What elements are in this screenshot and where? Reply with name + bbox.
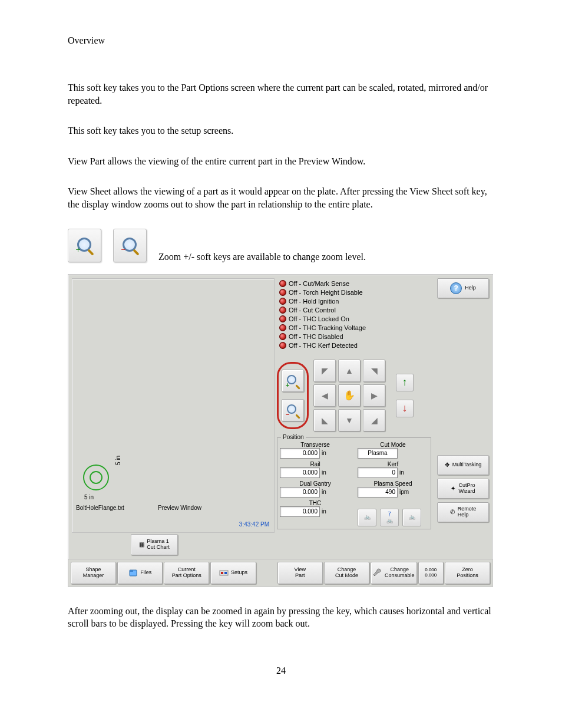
zoom-in-icon: + (77, 238, 92, 253)
para-part-options: This soft key takes you to the Part Opti… (68, 81, 494, 107)
remote-help-button[interactable]: ✆ Remote Help (437, 502, 489, 522)
status-item: Off - Cut Control (279, 306, 366, 315)
zoom-ring: + − (277, 362, 309, 429)
status-item: Off - Hold Ignition (279, 297, 366, 306)
wizard-icon: ✦ (451, 485, 455, 492)
arrow-up-icon: ↑ (402, 376, 408, 388)
softkey-files[interactable]: Files (117, 562, 163, 584)
pan-down[interactable]: ▼ (338, 409, 361, 431)
raise-button[interactable]: ↑ (396, 374, 414, 391)
files-icon (128, 568, 138, 578)
softkey-change-cutmode[interactable]: Change Cut Mode (324, 562, 369, 584)
app-screenshot: 5 in 5 in BoltHoleFlange.txt Preview Win… (68, 274, 493, 587)
softkey-part-options[interactable]: Current Part Options (164, 562, 209, 584)
softkey-shape-manager[interactable]: Shape Manager (71, 562, 116, 584)
zoom-out-mini[interactable]: − (282, 399, 304, 421)
kerf-input[interactable] (358, 467, 398, 478)
para-view-part: View Part allows the viewing of the enti… (68, 155, 494, 168)
arrow-down-icon: ↓ (402, 402, 408, 414)
led-icon (279, 280, 286, 287)
field-dualgantry: Dual Gantry in (280, 480, 351, 498)
status-item: Off - THC Tracking Voltage (279, 324, 366, 332)
dualgantry-input[interactable] (280, 487, 320, 498)
cutmode-input[interactable] (358, 448, 398, 459)
remote-icon: ✆ (450, 509, 455, 515)
led-icon (279, 324, 286, 331)
part-drawing-icon (83, 465, 109, 490)
preview-window: 5 in 5 in BoltHoleFlange.txt Preview Win… (72, 278, 275, 533)
led-icon (279, 289, 286, 296)
help-icon: ? (450, 282, 462, 294)
lower-button[interactable]: ↓ (396, 400, 414, 417)
speed-preset-high[interactable]: 🚲 (402, 509, 421, 526)
pan-downleft[interactable]: ◣ (313, 409, 336, 431)
status-item: Off - THC Disabled (279, 332, 366, 341)
para-view-sheet: View Sheet allows the viewing of a part … (68, 185, 494, 210)
led-icon (279, 315, 286, 322)
rail-input[interactable] (280, 467, 320, 478)
wrench-icon (373, 568, 382, 578)
preview-x-scale: 5 in (84, 494, 94, 500)
pan-downright[interactable]: ◢ (363, 409, 385, 431)
para-setups: This soft key takes you to the setup scr… (68, 124, 494, 137)
softkey-change-consumable[interactable]: Change Consumable (371, 562, 417, 584)
bicycle-icon: 🚲 (386, 518, 393, 523)
status-item: Off - Cut/Mark Sense (279, 279, 366, 288)
status-item: Off - Torch Height Disable (279, 288, 366, 297)
zoom-out-button[interactable]: − (113, 229, 147, 262)
cutchart-button[interactable]: ▦ Plasma 1 Cut Chart (131, 534, 178, 555)
pan-upleft[interactable]: ◤ (313, 360, 336, 382)
softkey-zero-positions[interactable]: Zero Positions (445, 562, 490, 584)
pan-upright[interactable]: ◥ (363, 360, 385, 382)
softkey-setups[interactable]: Setups (210, 562, 256, 584)
speed-preset-mid[interactable]: 7🚲 (380, 509, 399, 526)
zoom-out-icon: − (123, 238, 138, 253)
field-rail: Rail in (280, 461, 351, 478)
setups-icon (219, 568, 229, 578)
multitasking-icon: ✥ (445, 462, 449, 468)
heading: Overview (68, 35, 494, 46)
speed-input[interactable] (358, 487, 398, 498)
status-item: Off - THC Locked On (279, 315, 366, 324)
page-number: 24 (68, 666, 494, 676)
softkey-view-part[interactable]: View Part (277, 562, 323, 584)
clock: 3:43:42 PM (239, 521, 269, 528)
svg-rect-1 (130, 570, 133, 572)
led-icon (279, 342, 286, 349)
pan-right[interactable]: ▶ (363, 384, 385, 407)
pan-up[interactable]: ▲ (338, 360, 361, 382)
preview-y-scale: 5 in (115, 455, 121, 465)
preview-label: Preview Window (158, 505, 201, 511)
field-speed: Plasma Speed ipm (358, 480, 428, 498)
pan-center[interactable]: ✋ (338, 384, 361, 407)
svg-rect-4 (224, 572, 227, 574)
cutpro-wizard-button[interactable]: ✦ CutPro Wizard (437, 479, 489, 499)
help-button[interactable]: ? Help (437, 278, 489, 298)
field-kerf: Kerf in (358, 461, 428, 478)
status-panel: Off - Cut/Mark Sense Off - Torch Height … (277, 278, 368, 353)
pan-left[interactable]: ◀ (313, 384, 336, 407)
status-item: Off - THC Kerf Detected (279, 341, 366, 350)
multitasking-button[interactable]: ✥ MultiTasking (437, 455, 489, 475)
transverse-input[interactable] (280, 448, 320, 459)
led-icon (279, 307, 286, 314)
pan-pad: ◤ ▲ ◥ ◀ ✋ ▶ ◣ ▼ ◢ (313, 360, 385, 431)
bicycle-icon: 🚲 (409, 515, 415, 520)
svg-rect-3 (221, 572, 223, 574)
field-cutmode: Cut Mode (358, 442, 428, 459)
softkey-zero-values: 0.000 0.000 (418, 562, 444, 584)
bicycle-icon: 🚲 (364, 515, 371, 520)
zoom-in-button[interactable]: + (68, 229, 101, 262)
led-icon (279, 298, 286, 305)
field-transverse: Transverse in (280, 442, 351, 459)
softkey-bar: Shape Manager Files Current Part Options… (68, 559, 492, 587)
field-thc: THC in (280, 500, 351, 526)
para-after-zoom: After zooming out, the display can be zo… (68, 605, 494, 630)
thc-input[interactable] (280, 506, 320, 517)
table-icon: ▦ (139, 541, 144, 548)
zoom-in-mini[interactable]: + (282, 370, 304, 392)
position-title: Position (281, 434, 306, 440)
zoom-caption: Zoom +/- soft keys are available to chan… (158, 252, 366, 262)
speed-preset-low[interactable]: 🚲 (358, 509, 376, 526)
preview-filename: BoltHoleFlange.txt (76, 505, 124, 511)
